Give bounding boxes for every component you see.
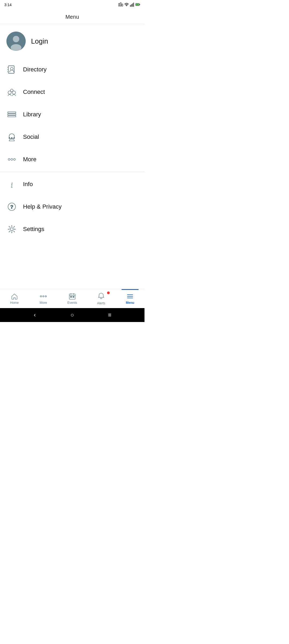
svg-rect-2: [122, 4, 123, 6]
nav-label-home: Home: [10, 301, 19, 305]
menu-nav-icon: [126, 293, 134, 300]
svg-point-25: [9, 137, 10, 139]
page-title-bar: Menu: [0, 10, 144, 24]
page-title: Menu: [0, 14, 144, 20]
more-icon: [6, 154, 17, 165]
nav-label-menu: Menu: [126, 301, 134, 305]
menu-item-social[interactable]: Social: [0, 126, 144, 148]
home-button[interactable]: ○: [67, 310, 78, 320]
nav-label-more: More: [40, 301, 47, 305]
status-time: 3:14: [4, 3, 12, 7]
svg-rect-44: [70, 296, 72, 297]
recents-button[interactable]: ≡: [104, 310, 115, 320]
menu-item-more[interactable]: More: [0, 148, 144, 171]
alert-badge: [107, 292, 110, 294]
nav-item-menu[interactable]: Menu: [116, 289, 144, 308]
status-icons: [118, 2, 140, 7]
svg-rect-5: [132, 3, 133, 7]
svg-point-28: [8, 159, 10, 160]
menu-text-settings: Settings: [23, 226, 44, 233]
menu-text-connect: Connect: [23, 89, 45, 95]
svg-point-39: [45, 296, 47, 297]
nav-item-home[interactable]: Home: [0, 289, 29, 308]
svg-text:?: ?: [10, 204, 13, 210]
library-icon: [6, 109, 17, 120]
nav-item-events[interactable]: Events: [58, 289, 87, 308]
avatar: [6, 32, 26, 51]
info-icon: i: [6, 179, 17, 190]
signal-icon: [130, 2, 134, 7]
menu-text-info: Info: [23, 181, 33, 188]
menu-text-help: Help & Privacy: [23, 203, 62, 210]
svg-rect-0: [119, 3, 120, 6]
social-icon: [6, 132, 17, 142]
svg-rect-13: [8, 66, 14, 73]
login-section[interactable]: Login: [0, 24, 144, 58]
svg-rect-45: [73, 296, 74, 297]
menu-text-directory: Directory: [23, 66, 47, 73]
svg-point-29: [11, 159, 13, 160]
status-bar: 3:14: [0, 0, 144, 10]
svg-text:i: i: [11, 181, 13, 189]
svg-rect-3: [130, 5, 131, 7]
svg-point-30: [14, 159, 16, 160]
svg-rect-1: [120, 3, 121, 6]
svg-rect-23: [8, 116, 16, 117]
svg-point-11: [13, 36, 19, 42]
svg-point-26: [11, 137, 12, 139]
menu-item-library[interactable]: Library: [0, 103, 144, 126]
svg-point-37: [40, 296, 42, 297]
system-nav-bar: ‹ ○ ≡: [0, 308, 144, 322]
svg-rect-6: [133, 3, 134, 7]
svg-point-12: [11, 44, 21, 51]
more-nav-icon: [40, 293, 47, 300]
content-spacer: [0, 265, 144, 289]
svg-point-27: [14, 137, 15, 139]
svg-point-38: [43, 296, 44, 297]
network-speed-icon: [118, 2, 123, 7]
home-icon: [11, 293, 18, 300]
svg-rect-21: [8, 112, 16, 113]
menu-divider: [0, 172, 144, 172]
menu-item-settings[interactable]: Settings: [0, 218, 144, 240]
nav-label-events: Events: [67, 301, 77, 305]
svg-rect-22: [8, 114, 16, 115]
menu-list: Directory Connect Library: [0, 58, 144, 265]
login-label[interactable]: Login: [31, 37, 48, 45]
svg-point-35: [10, 228, 13, 231]
menu-item-directory[interactable]: Directory: [0, 58, 144, 81]
help-icon: ?: [6, 201, 17, 212]
svg-point-14: [10, 67, 13, 70]
menu-text-more: More: [23, 156, 36, 163]
svg-point-20: [10, 89, 13, 92]
svg-rect-8: [136, 4, 139, 6]
directory-icon: [6, 64, 17, 75]
menu-item-info[interactable]: i Info: [0, 173, 144, 195]
battery-icon: [135, 3, 140, 7]
nav-label-alerts: Alerts: [97, 301, 105, 305]
connect-icon: [6, 87, 17, 97]
wifi-icon: [124, 2, 129, 7]
back-button[interactable]: ‹: [29, 310, 40, 320]
settings-icon: [6, 224, 17, 235]
events-icon: [69, 293, 76, 300]
menu-text-social: Social: [23, 133, 39, 140]
menu-item-help[interactable]: ? Help & Privacy: [0, 195, 144, 218]
nav-item-more[interactable]: More: [29, 289, 58, 308]
menu-item-connect[interactable]: Connect: [0, 81, 144, 103]
svg-rect-4: [131, 4, 132, 7]
nav-item-alerts[interactable]: Alerts: [87, 289, 116, 308]
bottom-nav: Home More Events Alerts: [0, 289, 144, 308]
alerts-icon: [97, 292, 105, 300]
menu-text-library: Library: [23, 111, 41, 118]
